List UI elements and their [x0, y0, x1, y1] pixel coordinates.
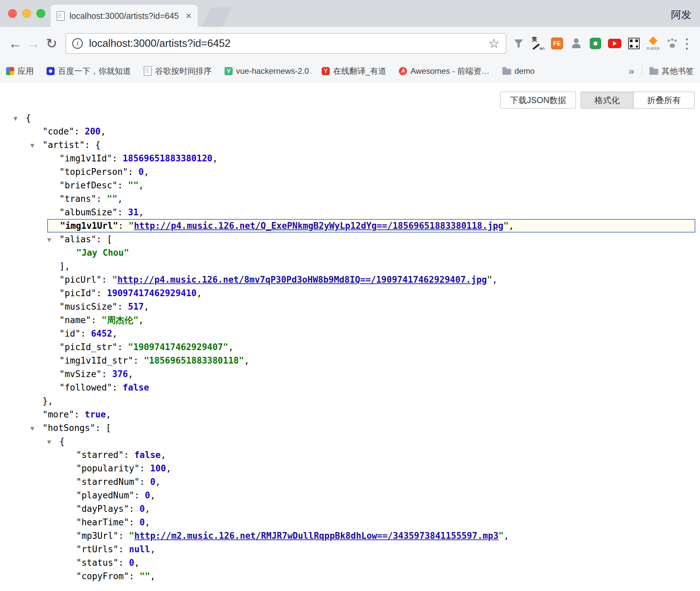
json-punct: , [128, 369, 134, 379]
json-punct: , [504, 531, 509, 541]
bookmarks-overflow-chevron-icon[interactable]: » [629, 65, 634, 77]
json-key: "copyFrom" [76, 571, 129, 581]
bookmarks-bar: 应用百度一下，你就知道谷歌按时间排序Vvue-hackernews-2.0Y在线… [0, 60, 700, 82]
json-key: "starredNum" [76, 477, 140, 487]
view-mode-segment: 格式化 折叠所有 [581, 92, 695, 108]
bookmark-item[interactable]: demo [502, 66, 535, 76]
paw-extension-icon[interactable] [665, 36, 680, 51]
bookmark-item[interactable]: Vvue-hackernews-2.0 [225, 66, 309, 76]
funnel-extension-icon[interactable] [511, 36, 526, 51]
json-punct: : [140, 477, 150, 487]
green-shield-extension-icon[interactable] [588, 36, 603, 51]
contacts-extension-icon[interactable] [569, 36, 584, 51]
json-string: "" [140, 571, 150, 581]
json-key: "popularity" [76, 463, 140, 473]
json-line: ▼"hotSongs": [ [0, 421, 700, 435]
player-extension-icon[interactable]: PLAYER [646, 36, 661, 51]
json-string: " [498, 531, 504, 541]
json-line: "topicPerson": 0, [0, 165, 700, 179]
bookmark-item[interactable]: 应用 [6, 66, 34, 76]
format-button[interactable]: 格式化 [581, 92, 634, 108]
bookmark-item[interactable]: Y在线翻译_有道 [322, 66, 386, 76]
address-bar[interactable]: i localhost:3000/artists?id=6452 ☆ [65, 33, 506, 54]
page-info-icon[interactable]: i [72, 38, 83, 49]
player-icon: PLAYER [646, 36, 660, 51]
json-punct: : [134, 490, 145, 500]
json-key: "topicPerson" [59, 167, 128, 177]
json-number: 0 [145, 490, 150, 500]
translate-extension-icon[interactable]: 英 en [530, 36, 545, 51]
json-punct: : [91, 315, 101, 325]
window-zoom-button[interactable] [36, 9, 45, 18]
json-punct: : [117, 342, 128, 352]
tab-close-icon[interactable]: × [185, 11, 192, 21]
youdao-favicon-icon: Y [322, 67, 330, 75]
json-key: "artist" [42, 140, 85, 150]
json-literal: true [85, 409, 106, 419]
json-punct: : [112, 382, 123, 393]
json-punct: : [118, 531, 129, 541]
json-number: 31 [128, 207, 139, 217]
json-tree: ▼{"code": 200,▼"artist": {"img1v1Id": 18… [0, 111, 700, 583]
collapse-toggle-icon[interactable]: ▼ [47, 233, 59, 247]
collapse-all-button[interactable]: 折叠所有 [633, 92, 695, 108]
json-line: "name": "周杰伦", [0, 313, 700, 327]
page-favicon-icon [144, 66, 152, 76]
collapse-toggle-icon[interactable]: ▼ [30, 139, 42, 152]
bookmark-label: Awesomes - 前端资… [410, 66, 489, 76]
json-number: 18569651883380120 [123, 153, 212, 163]
window-close-button[interactable] [8, 9, 17, 18]
json-string: "19097417462929407" [128, 342, 228, 352]
json-number: 0 [150, 477, 155, 487]
json-punct: }, [42, 396, 53, 406]
json-punct: , [134, 558, 140, 568]
json-punct: { [59, 436, 65, 446]
youtube-extension-icon[interactable] [607, 36, 622, 51]
json-string: " [112, 275, 118, 285]
bookmark-star-icon[interactable]: ☆ [488, 37, 500, 50]
json-key: "img1v1Id" [59, 153, 112, 163]
json-punct: : [96, 194, 107, 204]
json-link-url[interactable]: http://p4.music.126.net/Q_ExePNkmgB2yWyL… [134, 221, 503, 231]
collapse-toggle-icon[interactable]: ▼ [13, 112, 26, 125]
url-text[interactable]: localhost:3000/artists?id=6452 [89, 37, 482, 50]
json-key: "mp3Url" [76, 531, 118, 541]
json-line: ▼"alias": [ [0, 232, 700, 246]
json-number: 0 [139, 167, 144, 177]
json-line: ▼{ [0, 435, 700, 448]
bookmark-label: 应用 [18, 66, 34, 76]
json-punct: , [100, 126, 106, 136]
bookmark-item[interactable]: AAwesomes - 前端资… [399, 66, 489, 76]
reload-icon[interactable]: ↻ [42, 34, 61, 53]
profile-name[interactable]: 阿发 [671, 8, 691, 22]
active-tab[interactable]: localhost:3000/artists?id=645 × [51, 5, 198, 27]
json-line: ], [0, 259, 700, 273]
json-punct: , [244, 355, 250, 366]
window-minimize-button[interactable] [22, 9, 31, 18]
json-key: "img1v1Id_str" [59, 355, 133, 366]
browser-menu-icon[interactable]: ⋮ [680, 34, 694, 53]
bookmark-item[interactable]: 百度一下，你就知道 [47, 66, 131, 76]
back-icon[interactable]: ← [6, 34, 24, 53]
new-tab-button[interactable] [202, 7, 232, 27]
collapse-toggle-icon[interactable]: ▼ [47, 435, 59, 449]
baidu-favicon-icon [47, 67, 55, 75]
json-line-highlighted: "img1v1Url": "http://p4.music.126.net/Q_… [47, 219, 695, 232]
translate-zh-badge: 英 [532, 36, 537, 43]
fehelper-extension-icon[interactable]: FE [550, 36, 564, 51]
json-key: "followed" [59, 382, 112, 393]
json-line: "img1v1Id_str": "18569651883380118", [0, 354, 700, 367]
json-link-url[interactable]: http://m2.music.126.net/RMJR7wDullRqppBk… [134, 531, 498, 541]
bookmark-label: vue-hackernews-2.0 [236, 66, 309, 76]
json-punct: , [150, 490, 155, 500]
bookmark-item[interactable]: 谷歌按时间排序 [144, 66, 212, 76]
other-bookmarks-folder[interactable]: 其他书签 [649, 66, 694, 76]
download-json-button[interactable]: 下载JSON数据 [500, 92, 576, 108]
qrcode-extension-icon[interactable] [626, 36, 641, 51]
json-punct: : [117, 207, 128, 217]
json-punct: , [228, 342, 234, 352]
json-link-url[interactable]: http://p4.music.126.net/8mv7qP30Pd3oHW8b… [117, 275, 487, 285]
collapse-toggle-icon[interactable]: ▼ [30, 422, 42, 435]
tab-title: localhost:3000/artists?id=645 [69, 11, 181, 21]
json-punct: , [145, 504, 150, 514]
